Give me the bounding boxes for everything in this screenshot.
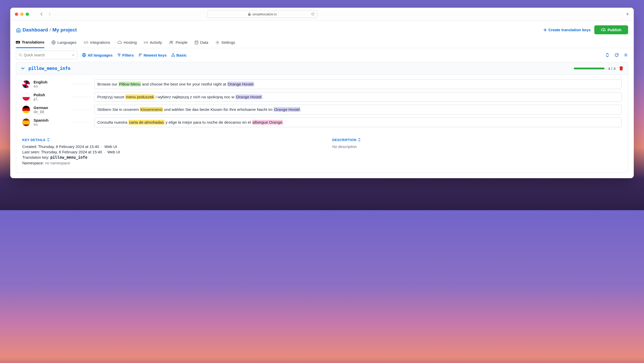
svg-rect-0 bbox=[248, 14, 251, 16]
translation-row: EnglishenBrowse our Pillow Menu and choo… bbox=[22, 79, 622, 89]
globe-icon bbox=[51, 40, 56, 45]
tab-settings[interactable]: Settings bbox=[215, 38, 235, 48]
progress: 4 / 4 bbox=[574, 66, 623, 71]
translation-key-card: pillow_menu_info 4 / 4 EnglishenBrowse o… bbox=[16, 62, 628, 173]
language-label: Englishen bbox=[34, 80, 67, 88]
svg-text:A文: A文 bbox=[16, 41, 19, 44]
tab-translations[interactable]: A文Translations bbox=[16, 38, 44, 48]
search-input[interactable] bbox=[24, 53, 70, 57]
tab-languages[interactable]: Languages bbox=[51, 38, 76, 48]
translation-row: Germande_DEStöbern Sie in unserem Kissen… bbox=[22, 105, 622, 114]
description-col: DESCRIPTION No description bbox=[332, 138, 622, 166]
url-text: simplelocalize.io bbox=[252, 12, 277, 16]
field-divider bbox=[70, 84, 91, 84]
header-actions: Create translation keys Publish bbox=[543, 25, 628, 34]
reload-button[interactable] bbox=[311, 12, 315, 16]
lastseen-line: Last seen: Thursday, 8 February 2024 at … bbox=[22, 150, 312, 154]
settings-icon-button[interactable] bbox=[624, 53, 628, 57]
key-details-col: KEY DETAILS Created: Thursday, 8 Februar… bbox=[22, 138, 312, 166]
flag-icon bbox=[22, 106, 30, 113]
language-label: Polishpl bbox=[34, 93, 67, 101]
svg-point-11 bbox=[173, 54, 174, 55]
flag-icon bbox=[22, 93, 30, 101]
gear-icon bbox=[215, 40, 220, 45]
progress-text: 4 / 4 bbox=[608, 66, 616, 71]
tab-activity[interactable]: Activity bbox=[144, 38, 162, 48]
home-icon bbox=[16, 27, 21, 33]
lock-icon bbox=[248, 13, 251, 16]
toolbar-right bbox=[605, 53, 628, 57]
breadcrumb-project[interactable]: My project bbox=[53, 27, 77, 33]
delete-key-button[interactable] bbox=[619, 66, 623, 71]
translations-list: EnglishenBrowse our Pillow Menu and choo… bbox=[16, 75, 628, 133]
breadcrumb: Dashboard / My project bbox=[16, 27, 77, 33]
filters-button[interactable]: Filters bbox=[117, 53, 134, 57]
collapse-key-button[interactable] bbox=[21, 67, 25, 70]
translation-input[interactable]: Consulta nuestra carta de almohadas y el… bbox=[95, 118, 622, 127]
translation-row: SpanishesConsulta nuestra carta de almoh… bbox=[22, 118, 622, 127]
cloud-icon bbox=[117, 41, 122, 44]
created-line: Created: Thursday, 8 February 2024 at 15… bbox=[22, 144, 312, 149]
search-box[interactable] bbox=[16, 51, 77, 59]
translate-icon: A文 bbox=[16, 40, 20, 44]
browser-window: simplelocalize.io + Dashboard / My proje… bbox=[10, 8, 634, 178]
flag-icon bbox=[22, 119, 30, 126]
key-header: pillow_menu_info 4 / 4 bbox=[16, 62, 628, 75]
svg-point-8 bbox=[217, 42, 218, 43]
new-tab-button[interactable]: + bbox=[626, 11, 629, 17]
view-mode-button[interactable]: Basic bbox=[171, 53, 187, 57]
key-name[interactable]: pillow_menu_info bbox=[28, 66, 70, 71]
database-icon bbox=[195, 40, 198, 45]
description-empty: No description bbox=[332, 144, 622, 149]
cloud-upload-icon bbox=[601, 28, 606, 32]
create-keys-button[interactable]: Create translation keys bbox=[543, 28, 591, 32]
svg-point-9 bbox=[19, 54, 21, 56]
collapse-all-button[interactable] bbox=[605, 53, 610, 57]
people-icon bbox=[169, 41, 174, 44]
svg-point-6 bbox=[172, 41, 173, 42]
tab-people[interactable]: People bbox=[169, 38, 188, 48]
plus-icon bbox=[543, 28, 547, 32]
sort-button[interactable]: Newest keys bbox=[139, 53, 167, 57]
maximize-window-button[interactable] bbox=[26, 13, 29, 16]
back-button[interactable] bbox=[40, 12, 43, 16]
tab-integrations[interactable]: Integrations bbox=[84, 38, 110, 48]
refresh-button[interactable] bbox=[614, 53, 619, 57]
breadcrumb-dashboard[interactable]: Dashboard bbox=[23, 27, 48, 33]
language-label: Spanishes bbox=[34, 118, 67, 126]
tab-hosting[interactable]: Hosting bbox=[117, 38, 137, 48]
breadcrumb-separator: / bbox=[49, 27, 51, 33]
activity-icon bbox=[144, 41, 148, 44]
progress-bar bbox=[574, 68, 605, 69]
translation-input[interactable]: Przejrzyj nasze menu poduszek i wybierz … bbox=[95, 92, 622, 102]
code-icon bbox=[84, 41, 88, 44]
nav-arrows bbox=[40, 12, 51, 16]
field-divider bbox=[70, 110, 91, 110]
chevron-down-icon bbox=[72, 54, 75, 56]
tkey-line: Translation key: pillow_menu_info bbox=[22, 155, 312, 160]
publish-button[interactable]: Publish bbox=[594, 25, 628, 34]
all-languages-filter[interactable]: All languages bbox=[82, 53, 113, 57]
field-divider bbox=[70, 97, 91, 97]
namespace-line: Namespace: no namespace bbox=[22, 161, 312, 165]
description-heading[interactable]: DESCRIPTION bbox=[332, 138, 622, 142]
key-details-row: KEY DETAILS Created: Thursday, 8 Februar… bbox=[16, 133, 628, 172]
translation-row: PolishplPrzejrzyj nasze menu poduszek i … bbox=[22, 92, 622, 102]
flag-icon bbox=[22, 80, 30, 88]
svg-point-4 bbox=[146, 42, 147, 43]
translation-input[interactable]: Browse our Pillow Menu and choose the be… bbox=[95, 79, 622, 89]
minimize-window-button[interactable] bbox=[20, 13, 24, 16]
page-header: Dashboard / My project Create translatio… bbox=[10, 21, 634, 38]
svg-point-7 bbox=[195, 41, 198, 42]
svg-point-14 bbox=[625, 55, 627, 56]
tab-data[interactable]: Data bbox=[195, 38, 208, 48]
svg-point-5 bbox=[170, 41, 171, 42]
key-details-heading[interactable]: KEY DETAILS bbox=[22, 138, 312, 142]
search-icon bbox=[19, 53, 22, 57]
titlebar: simplelocalize.io + bbox=[10, 8, 634, 21]
field-divider bbox=[70, 122, 91, 122]
forward-button[interactable] bbox=[48, 12, 51, 16]
translation-input[interactable]: Stöbern Sie in unserem Kissenmenü und wä… bbox=[95, 105, 622, 114]
close-window-button[interactable] bbox=[15, 13, 18, 16]
url-bar[interactable]: simplelocalize.io bbox=[207, 10, 317, 18]
